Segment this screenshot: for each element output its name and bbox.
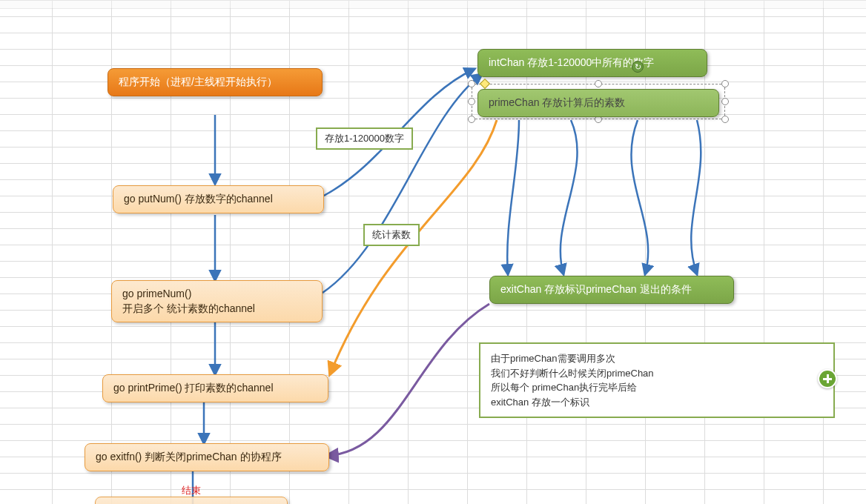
rotate-handle-icon[interactable]: ↻ [632, 61, 644, 73]
intchan-label: intChan 存放1-120000中所有的数字 [489, 56, 654, 68]
note-box: 由于primeChan需要调用多次 我们不好判断什么时候关闭primeChan … [479, 342, 835, 418]
adjust-diamond-icon[interactable] [480, 79, 490, 89]
primenum-line1: go primeNum() [122, 287, 311, 302]
primechan-node[interactable]: primeChan 存放计算后的素数 [477, 89, 719, 117]
primenum-line2: 开启多个 统计素数的channel [122, 302, 311, 316]
note-line4: exitChan 存放一个标识 [491, 395, 823, 410]
end-label: 结束 [182, 484, 201, 497]
printprime-label: go printPrime() 打印素数的channel [113, 382, 274, 394]
label-put-range: 存放1-120000数字 [316, 127, 413, 150]
exitfn-node[interactable]: go exitfn() 判断关闭primeChan 的协程序 [85, 443, 329, 471]
putnum-node[interactable]: go putNum() 存放数字的channel [113, 185, 324, 213]
intchan-node[interactable]: intChan 存放1-120000中所有的数字 [477, 49, 707, 77]
add-icon[interactable] [818, 369, 837, 388]
note-line1: 由于primeChan需要调用多次 [491, 351, 823, 366]
exitchan-label: exitChan 存放标识primeChan 退出的条件 [500, 283, 692, 295]
putnum-label: go putNum() 存放数字的channel [124, 193, 273, 205]
note-line3: 所以每个 primeChan执行完毕后给 [491, 380, 823, 395]
start-node[interactable]: 程序开始（进程/主线程开始执行） [108, 68, 323, 96]
primenum-node[interactable]: go primeNum() 开启多个 统计素数的channel [111, 280, 323, 322]
printprime-node[interactable]: go printPrime() 打印素数的channel [102, 374, 328, 402]
primechan-label: primeChan 存放计算后的素数 [489, 96, 625, 108]
start-node-label: 程序开始（进程/主线程开始执行） [119, 76, 277, 87]
note-line2: 我们不好判断什么时候关闭primeChan [491, 366, 823, 381]
bottom-partial-node[interactable]: 程序等待执行退出 [95, 497, 288, 504]
exitchan-node[interactable]: exitChan 存放标识primeChan 退出的条件 [489, 276, 734, 304]
label-count-prime: 统计素数 [363, 224, 420, 246]
exitfn-label: go exitfn() 判断关闭primeChan 的协程序 [96, 451, 282, 462]
